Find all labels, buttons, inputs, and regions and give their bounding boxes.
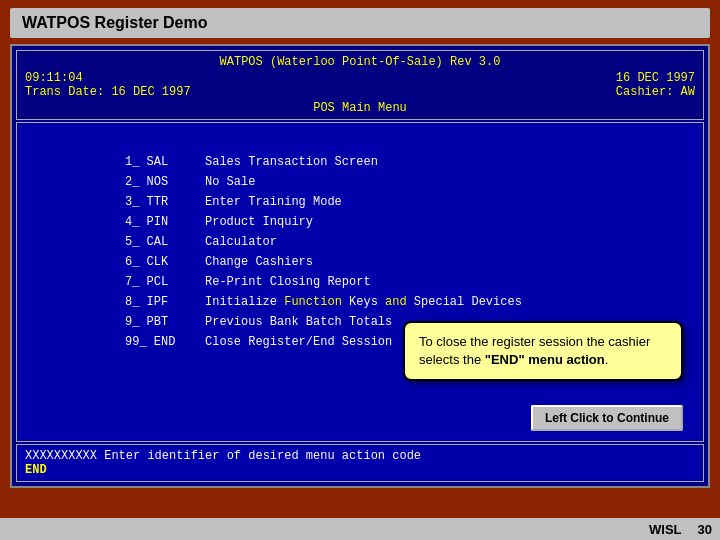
system-name-line: WATPOS (Waterloo Point-Of-Sale) Rev 3.0 bbox=[25, 55, 695, 69]
bottom-input-area: XXXXXXXXXX Enter identifier of desired m… bbox=[16, 444, 704, 482]
input-prompt: XXXXXXXXXX Enter identifier of desired m… bbox=[25, 449, 421, 463]
tooltip-box: To close the register session the cashie… bbox=[403, 321, 683, 381]
trans-date: Trans Date: 16 DEC 1997 bbox=[25, 85, 191, 99]
menu-desc: Calculator bbox=[205, 233, 277, 251]
menu-row: 5_ CALCalculator bbox=[125, 233, 695, 251]
main-frame: WATPOS (Waterloo Point-Of-Sale) Rev 3.0 … bbox=[10, 44, 710, 488]
menu-desc: Previous Bank Batch Totals bbox=[205, 313, 392, 331]
menu-key: 99_ END bbox=[125, 333, 205, 351]
status-right-group: WISL 30 bbox=[641, 522, 712, 537]
menu-key: 9_ PBT bbox=[125, 313, 205, 331]
menu-desc: Re-Print Closing Report bbox=[205, 273, 371, 291]
title-text: WATPOS Register Demo bbox=[22, 14, 208, 31]
status-bar: WISL 30 bbox=[0, 518, 720, 540]
tooltip-text-after: . bbox=[605, 352, 609, 367]
menu-desc: No Sale bbox=[205, 173, 255, 191]
main-content-area: 1_ SALSales Transaction Screen2_ NOSNo S… bbox=[16, 122, 704, 442]
menu-desc: Close Register/End Session bbox=[205, 333, 392, 351]
menu-desc: Sales Transaction Screen bbox=[205, 153, 378, 171]
menu-title: POS Main Menu bbox=[313, 101, 407, 115]
menu-key: 3_ TTR bbox=[125, 193, 205, 211]
header-info-line: 09:11:04 16 DEC 1997 bbox=[25, 71, 695, 85]
continue-button[interactable]: Left Click to Continue bbox=[531, 405, 683, 431]
menu-row: 3_ TTREnter Training Mode bbox=[125, 193, 695, 211]
menu-row: 4_ PINProduct Inquiry bbox=[125, 213, 695, 231]
menu-key: 8_ IPF bbox=[125, 293, 205, 311]
end-value: END bbox=[25, 463, 47, 477]
menu-desc: Enter Training Mode bbox=[205, 193, 342, 211]
menu-row: 1_ SALSales Transaction Screen bbox=[125, 153, 695, 171]
time-display: 09:11:04 bbox=[25, 71, 83, 85]
menu-desc: Initialize Function Keys and Special Dev… bbox=[205, 293, 522, 311]
header-trans-line: Trans Date: 16 DEC 1997 Cashier: AW bbox=[25, 85, 695, 99]
end-input-line: END bbox=[25, 463, 695, 477]
cashier: Cashier: AW bbox=[616, 85, 695, 99]
title-bar: WATPOS Register Demo bbox=[10, 8, 710, 38]
input-prompt-line: XXXXXXXXXX Enter identifier of desired m… bbox=[25, 449, 695, 463]
menu-key: 1_ SAL bbox=[125, 153, 205, 171]
menu-desc: Change Cashiers bbox=[205, 253, 313, 271]
menu-key: 5_ CAL bbox=[125, 233, 205, 251]
menu-key: 4_ PIN bbox=[125, 213, 205, 231]
menu-row: 7_ PCLRe-Print Closing Report bbox=[125, 273, 695, 291]
menu-key: 2_ NOS bbox=[125, 173, 205, 191]
wisl-label: WISL bbox=[649, 522, 682, 537]
system-name: WATPOS (Waterloo Point-Of-Sale) Rev 3.0 bbox=[220, 55, 501, 69]
header-area: WATPOS (Waterloo Point-Of-Sale) Rev 3.0 … bbox=[16, 50, 704, 120]
menu-title-line: POS Main Menu bbox=[25, 101, 695, 115]
date-display: 16 DEC 1997 bbox=[616, 71, 695, 85]
tooltip-bold: "END" menu action bbox=[485, 352, 605, 367]
menu-desc: Product Inquiry bbox=[205, 213, 313, 231]
menu-row: 8_ IPFInitialize Function Keys and Speci… bbox=[125, 293, 695, 311]
menu-row: 2_ NOSNo Sale bbox=[125, 173, 695, 191]
menu-key: 6_ CLK bbox=[125, 253, 205, 271]
menu-row: 6_ CLKChange Cashiers bbox=[125, 253, 695, 271]
menu-key: 7_ PCL bbox=[125, 273, 205, 291]
page-number: 30 bbox=[698, 522, 712, 537]
